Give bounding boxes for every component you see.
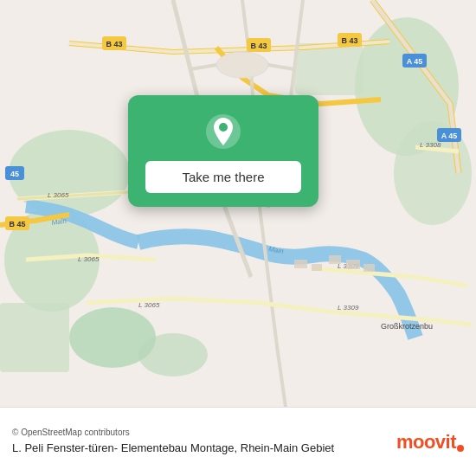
svg-rect-5: [294, 43, 363, 95]
svg-text:L 3308: L 3308: [420, 141, 441, 149]
svg-text:B 43: B 43: [250, 42, 267, 50]
svg-rect-36: [346, 260, 360, 269]
svg-rect-35: [329, 255, 341, 264]
place-name: L. Peli Fenster-türen- Elementebau Monta…: [12, 441, 386, 456]
svg-point-7: [138, 333, 208, 376]
svg-text:L 3309: L 3309: [338, 304, 359, 312]
svg-rect-8: [0, 303, 69, 372]
map-container[interactable]: B 43 B 43 B 43 A 45 A 45 B 45 45 L 3065 …: [0, 0, 476, 407]
map-attribution: © OpenStreetMap contributors: [12, 428, 386, 437]
svg-rect-34: [312, 264, 322, 271]
svg-text:A 45: A 45: [407, 57, 423, 66]
svg-text:A 45: A 45: [441, 132, 458, 140]
svg-point-9: [216, 52, 268, 78]
app: B 43 B 43 B 43 A 45 A 45 B 45 45 L 3065 …: [0, 0, 476, 476]
svg-text:L 3065: L 3065: [138, 301, 160, 309]
svg-text:B 45: B 45: [9, 220, 25, 228]
location-pin-icon: [204, 113, 242, 151]
svg-text:L 3065: L 3065: [78, 255, 100, 263]
moovit-logo: moovit: [396, 431, 464, 453]
svg-rect-33: [294, 260, 307, 268]
bottom-info: © OpenStreetMap contributors L. Peli Fen…: [12, 428, 386, 456]
svg-text:B 43: B 43: [106, 40, 122, 48]
moovit-logo-dot: [457, 445, 464, 452]
svg-point-39: [219, 123, 228, 132]
location-card: Take me there: [128, 95, 318, 207]
svg-text:L 3065: L 3065: [48, 191, 69, 199]
svg-rect-37: [363, 264, 375, 272]
svg-text:45: 45: [10, 170, 19, 178]
moovit-logo-text: moovit: [396, 431, 456, 453]
take-me-there-button[interactable]: Take me there: [145, 161, 301, 193]
svg-text:B 43: B 43: [341, 36, 357, 45]
svg-text:Großkrotzenbu: Großkrotzenbu: [381, 322, 433, 331]
bottom-bar: © OpenStreetMap contributors L. Peli Fen…: [0, 407, 476, 476]
